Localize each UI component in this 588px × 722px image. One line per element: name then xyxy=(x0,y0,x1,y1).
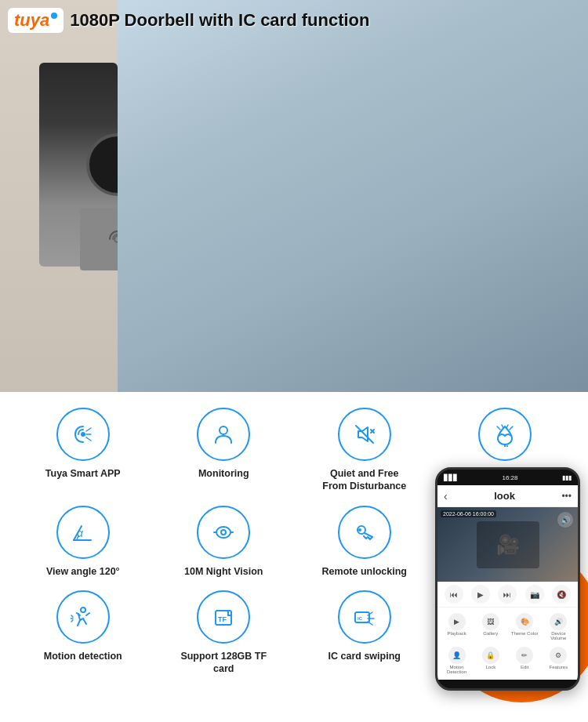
lock-icon: 🔒 xyxy=(482,647,499,664)
doorbell-device xyxy=(39,63,118,267)
phone-section: ▊▊▊ 16:28 ▮▮▮ ‹ look ••• 🎥 2022-06-06 16… xyxy=(416,448,588,691)
ic-card-icon-wrap: IC xyxy=(338,590,391,644)
svg-text:TF: TF xyxy=(218,615,227,623)
phone-status-bar: ▊▊▊ 16:28 ▮▮▮ xyxy=(437,470,578,485)
features-icon: ⚙ xyxy=(550,647,567,664)
phone-menu-gallery[interactable]: 🖼 Gallery xyxy=(474,611,506,643)
quiet-icon-wrap xyxy=(338,408,391,461)
theme-label: Theme Color xyxy=(511,631,539,636)
phone-menu-features[interactable]: ⚙ Features xyxy=(543,644,575,677)
phone-ctrl-prev[interactable]: ⏮ xyxy=(445,585,463,604)
storage-icon-wrap: TF xyxy=(197,590,250,644)
svg-point-18 xyxy=(81,608,85,612)
feature-angle: α View angle 120° xyxy=(16,506,151,578)
phone-mockup: ▊▊▊ 16:28 ▮▮▮ ‹ look ••• 🎥 2022-06-06 16… xyxy=(435,467,580,691)
volume-icon: 🔊 xyxy=(561,516,570,524)
phone-menu-motion[interactable]: 👤 Motion Detection xyxy=(441,644,473,677)
volume-menu-icon: 🔊 xyxy=(550,613,567,630)
tuya-brand-text: tuya xyxy=(14,10,49,31)
playback-icon: ▶ xyxy=(448,613,466,630)
feature-label-motion: Motion detection xyxy=(44,650,122,662)
feature-ic-card: IC IC card swiping xyxy=(297,590,432,676)
svg-point-14 xyxy=(358,528,361,532)
phone-ctrl-screenshot[interactable]: 📷 xyxy=(525,585,544,604)
feature-motion: Motion detection xyxy=(16,590,151,676)
angle-icon-wrap: α xyxy=(56,506,110,559)
monitoring-icon-wrap xyxy=(197,408,250,461)
motion-menu-icon: 👤 xyxy=(448,647,466,664)
playback-label: Playback xyxy=(447,631,466,636)
phone-time: 16:28 xyxy=(502,474,517,481)
svg-point-10 xyxy=(221,530,226,535)
hero-section: tuya 1080P Doorbell with IC card functio… xyxy=(0,0,588,392)
feature-remote-unlock: Remote unlocking xyxy=(297,506,432,578)
theme-icon: 🎨 xyxy=(516,613,533,630)
phone-video-area: 🎥 2022-06-06 16:00:00 🔊 xyxy=(437,507,578,582)
nightvision-icon-wrap xyxy=(197,506,250,559)
features-label: Features xyxy=(550,665,568,669)
remote-unlock-icon-wrap xyxy=(338,506,391,559)
feature-label-ic-card: IC card swiping xyxy=(328,650,401,662)
feature-label-angle: View angle 120° xyxy=(46,565,120,578)
tuya-logo: tuya xyxy=(8,8,64,33)
gallery-label: Gallery xyxy=(483,631,498,636)
feature-label-quiet: Quiet and Free From Disturbance xyxy=(318,467,412,493)
phone-menu-playback[interactable]: ▶ Playback xyxy=(441,611,473,643)
feature-monitoring: Monitoring xyxy=(157,408,292,493)
feature-storage: TF Support 128GB TF card xyxy=(157,590,292,676)
feature-label-storage: Support 128GB TF card xyxy=(176,650,270,676)
lock-label: Lock xyxy=(486,665,496,669)
feature-label-nightvision: 10M Night Vision xyxy=(184,565,263,578)
phone-menu-theme[interactable]: 🎨 Theme Color xyxy=(509,611,541,643)
feature-quiet: Quiet and Free From Disturbance xyxy=(297,408,432,493)
volume-label: Device Volume xyxy=(543,631,574,640)
tuya-app-icon-wrap xyxy=(56,408,110,461)
phone-signal: ▊▊▊ xyxy=(444,474,458,481)
phone-ctrl-play[interactable]: ▶ xyxy=(471,585,490,604)
phone-timestamp: 2022-06-06 16:00:00 xyxy=(441,510,496,517)
motion-icon-wrap xyxy=(56,590,110,644)
phone-menu-icon: ••• xyxy=(561,491,572,502)
gallery-icon: 🖼 xyxy=(482,613,499,630)
phone-video-thumbnail: 🎥 xyxy=(477,521,539,568)
phone-battery: ▮▮▮ xyxy=(562,474,572,481)
phone-app-title: look xyxy=(494,490,515,502)
svg-point-9 xyxy=(216,527,230,538)
svg-point-1 xyxy=(81,432,85,437)
feature-label-remote-unlock: Remote unlocking xyxy=(322,565,407,578)
feature-label-tuya-app: Tuya Smart APP xyxy=(45,467,121,480)
feature-nightvision: 10M Night Vision xyxy=(157,506,292,578)
phone-app-header: ‹ look ••• xyxy=(437,485,578,507)
hero-title: 1080P Doorbell with IC card function xyxy=(70,10,369,31)
phone-menu-grid: ▶ Playback 🖼 Gallery 🎨 Theme Color 🔊 Dev… xyxy=(437,608,578,680)
edit-icon: ✏ xyxy=(516,647,533,664)
play-icon: 🎥 xyxy=(496,534,520,556)
svg-text:IC: IC xyxy=(358,616,363,621)
feature-tuya-app: Tuya Smart APP xyxy=(16,408,151,493)
phone-back-icon: ‹ xyxy=(444,490,448,502)
phone-controls: ⏮ ▶ ⏭ 📷 🔇 xyxy=(437,582,578,608)
phone-menu-edit[interactable]: ✏ Edit xyxy=(509,644,541,677)
phone-menu-volume[interactable]: 🔊 Device Volume xyxy=(543,611,575,643)
phone-menu-lock[interactable]: 🔒 Lock xyxy=(474,644,506,677)
tuya-dot xyxy=(51,13,57,19)
phone-ctrl-next[interactable]: ⏭ xyxy=(498,585,517,604)
edit-label: Edit xyxy=(521,665,528,669)
feature-label-monitoring: Monitoring xyxy=(198,467,249,480)
features-section: Tuya Smart APP Monitoring xyxy=(0,392,588,691)
title-bar: tuya 1080P Doorbell with IC card functio… xyxy=(8,8,369,33)
motion-menu-label: Motion Detection xyxy=(441,665,472,674)
phone-ctrl-mute[interactable]: 🔇 xyxy=(552,585,571,604)
svg-point-2 xyxy=(220,426,227,434)
